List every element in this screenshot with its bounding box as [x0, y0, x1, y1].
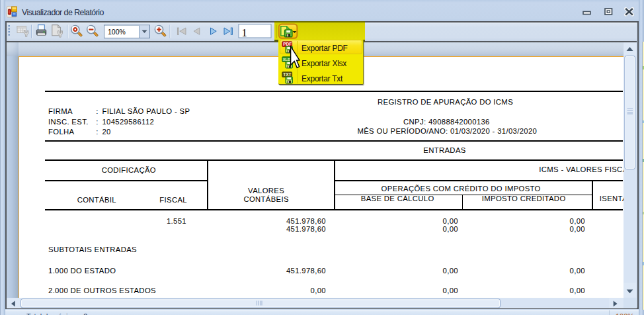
svg-text:1: 1: [242, 26, 247, 39]
svg-text:TXT: TXT: [283, 72, 291, 77]
svg-text:100%: 100%: [108, 28, 126, 36]
